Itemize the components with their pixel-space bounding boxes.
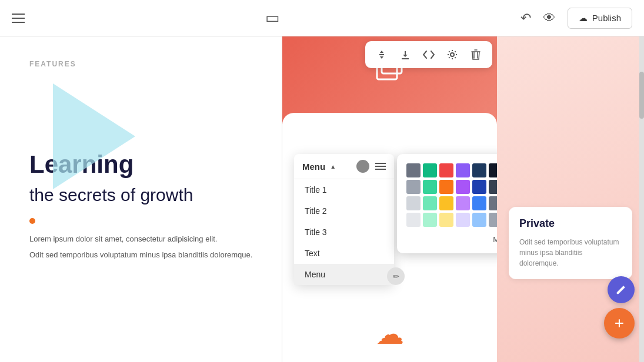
color-cell[interactable]	[423, 196, 437, 210]
color-cell[interactable]	[489, 180, 497, 194]
caret-icon: ▲	[330, 163, 336, 170]
topbar: ▭ ↶ 👁 ☁ Publish	[0, 0, 644, 36]
dropdown-header-icons	[356, 160, 386, 173]
download-button[interactable]	[393, 43, 417, 66]
body-text-1: Lorem ipsum dolor sit amet, consectetur …	[29, 233, 258, 246]
edit-fab-button[interactable]	[608, 276, 635, 303]
element-toolbar	[365, 41, 492, 68]
right-content: Private Odit sed temporibus voluptatum m…	[497, 36, 644, 291]
color-cell[interactable]	[439, 163, 453, 177]
color-cell[interactable]	[472, 213, 486, 227]
menu-label: Menu	[302, 162, 325, 172]
color-cell[interactable]	[406, 213, 421, 227]
color-cell[interactable]	[423, 163, 437, 177]
svg-point-2	[451, 53, 454, 56]
body-text-2: Odit sed temporibus voluptatum minus ips…	[29, 249, 258, 262]
color-cell[interactable]	[489, 196, 497, 210]
dropdown-header-left: Menu ▲	[302, 162, 336, 172]
dropdown-item-title1[interactable]: Title 1	[294, 179, 394, 200]
color-cell[interactable]	[439, 213, 453, 227]
left-panel: FEATURES Learning the secrets of growth …	[0, 36, 282, 362]
color-dot-icon[interactable]	[356, 160, 369, 173]
color-cell[interactable]	[406, 180, 421, 194]
orange-dot-decoration	[29, 218, 35, 224]
dropdown-menu: Menu ▲ Title 1 Title 2 Title 3 Text Menu…	[294, 154, 394, 285]
color-cell[interactable]	[489, 163, 497, 177]
publish-button[interactable]: ☁ Publish	[568, 8, 632, 29]
topbar-center: ▭	[265, 9, 280, 27]
align-icon[interactable]	[375, 163, 386, 170]
color-cell[interactable]	[472, 180, 486, 194]
color-cell[interactable]	[472, 163, 486, 177]
color-grid	[406, 163, 497, 227]
add-fab-button[interactable]: +	[604, 308, 635, 338]
preview-eye-icon[interactable]: 👁	[543, 11, 556, 26]
color-picker: More >	[397, 154, 497, 253]
topbar-left	[12, 14, 25, 23]
mobile-preview-icon[interactable]: ▭	[265, 9, 280, 27]
undo-icon[interactable]: ↶	[520, 11, 531, 26]
dropdown-item-text[interactable]: Text	[294, 243, 394, 264]
move-up-down-button[interactable]	[370, 43, 393, 66]
features-label: FEATURES	[29, 60, 258, 68]
topbar-right: ↶ 👁 ☁ Publish	[520, 8, 632, 29]
left-content: FEATURES Learning the secrets of growth …	[0, 36, 282, 285]
code-button[interactable]	[417, 43, 441, 66]
color-cell[interactable]	[423, 213, 437, 227]
dropdown-item-title3[interactable]: Title 3	[294, 222, 394, 243]
color-cell[interactable]	[423, 180, 437, 194]
center-panel: ☁ Menu ▲	[282, 36, 497, 362]
private-card: Private Odit sed temporibus voluptatum m…	[509, 207, 632, 279]
publish-label: Publish	[592, 13, 621, 23]
private-text: Odit sed temporibus voluptatum minus ips…	[519, 237, 622, 269]
color-cell[interactable]	[406, 196, 421, 210]
color-cell[interactable]	[456, 196, 470, 210]
color-cell[interactable]	[406, 163, 421, 177]
color-cell[interactable]	[439, 196, 453, 210]
hamburger-menu-icon[interactable]	[12, 14, 25, 23]
main-area: FEATURES Learning the secrets of growth …	[0, 36, 644, 362]
color-cell[interactable]	[456, 180, 470, 194]
private-title: Private	[519, 217, 622, 230]
dropdown-item-title2[interactable]: Title 2	[294, 200, 394, 222]
color-cell[interactable]	[456, 163, 470, 177]
color-cell[interactable]	[472, 196, 486, 210]
pencil-icon: ✏	[387, 267, 405, 285]
dropdown-item-menu[interactable]: Menu ✏	[294, 264, 394, 285]
triangle-decoration	[53, 83, 135, 189]
color-cell[interactable]	[439, 180, 453, 194]
color-cell[interactable]	[456, 213, 470, 227]
cloud-bottom-icon: ☁	[376, 317, 404, 350]
color-cell[interactable]	[489, 213, 497, 227]
plus-icon: +	[615, 315, 624, 331]
dropdown-header: Menu ▲	[294, 154, 394, 179]
delete-button[interactable]	[464, 43, 488, 66]
more-colors-link[interactable]: More >	[406, 235, 497, 244]
settings-button[interactable]	[441, 43, 464, 66]
publish-cloud-icon: ☁	[579, 13, 588, 24]
